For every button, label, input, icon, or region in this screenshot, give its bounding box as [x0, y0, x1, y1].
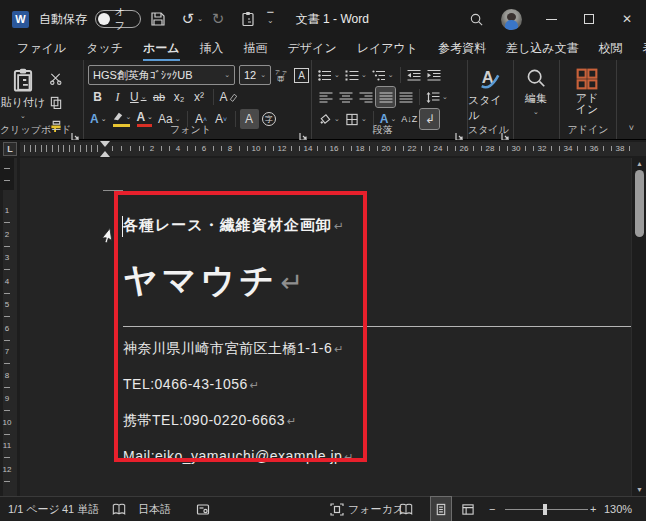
ruler-number: 10 [252, 144, 261, 153]
subscript-button[interactable]: x₂ [170, 87, 189, 107]
multilevel-list-button[interactable]: ⌄ [370, 65, 396, 85]
document-line-1[interactable]: ヤマウチ↵ [123, 257, 631, 306]
vertical-scrollbar[interactable]: ▲ ▼ [631, 158, 646, 496]
align-center-button[interactable] [336, 87, 355, 107]
document-line-0[interactable]: 各種レース・繊維資材企画卸↵ [123, 214, 631, 237]
document-line-3[interactable]: 神奈川県川崎市宮前区土橋1-1-6↵ [123, 340, 631, 357]
document-line-6[interactable]: Mail:eiko_yamauchi@example.jp↵ [123, 448, 631, 465]
increase-indent-button[interactable] [425, 65, 444, 85]
font-size-select[interactable]: 12⌄ [239, 65, 271, 85]
horizontal-ruler[interactable]: 2468101214161820222426283032343638 [20, 142, 646, 156]
close-button[interactable]: ✕ [608, 4, 646, 34]
superscript-button[interactable]: x² [190, 87, 209, 107]
tab-2[interactable]: ホーム [134, 38, 189, 61]
distribute-button[interactable] [396, 87, 415, 107]
tab-6[interactable]: レイアウト [348, 38, 427, 61]
editing-button[interactable]: 編集 ⌄ [514, 64, 558, 116]
ruler-tick [317, 146, 318, 151]
word-count[interactable]: 41 単語 [62, 497, 99, 521]
clipboard-qat-button[interactable] [235, 6, 261, 32]
line-spacing-button[interactable]: ⌄ [424, 87, 450, 107]
vertical-ruler[interactable]: 123456789101112 [0, 158, 20, 496]
undo-button[interactable]: ↺⌄ [175, 6, 201, 32]
tab-3[interactable]: 挿入 [191, 38, 233, 61]
zoom-slider-thumb[interactable] [543, 504, 547, 515]
search-icon[interactable] [461, 4, 491, 34]
paragraph-dialog-launcher[interactable] [455, 127, 464, 136]
ruler-tick [343, 146, 344, 151]
bold-button[interactable]: B [88, 87, 107, 107]
tab-5[interactable]: デザイン [279, 38, 346, 61]
tab-4[interactable]: 描画 [235, 38, 277, 61]
ruler-tick [74, 145, 75, 152]
italic-button[interactable]: I [108, 87, 127, 107]
tab-stop-selector[interactable]: L [3, 142, 17, 156]
align-right-button[interactable] [356, 87, 375, 107]
redo-button[interactable]: ↻ [205, 6, 231, 32]
zoom-level[interactable]: 130% [604, 497, 632, 521]
focus-mode-button[interactable]: フォーカス [330, 497, 404, 521]
document-text[interactable]: 各種レース・繊維資材企画卸↵ヤマウチ↵神奈川県川崎市宮前区土橋1-1-6↵TEL… [123, 214, 631, 465]
first-line-indent-marker[interactable] [100, 141, 110, 147]
tab-8[interactable]: 差し込み文書 [497, 38, 588, 61]
bullets-button[interactable]: ⌄ [316, 65, 342, 85]
tab-9[interactable]: 校閲 [590, 38, 632, 61]
save-button[interactable] [145, 6, 171, 32]
tab-0[interactable]: ファイル [8, 38, 75, 61]
hanging-indent-marker[interactable] [100, 151, 110, 157]
decrease-indent-button[interactable] [405, 65, 424, 85]
page-indicator[interactable]: 1/1 ページ [8, 497, 60, 521]
document-line-4[interactable]: TEL:0466-43-1056↵ [123, 376, 631, 393]
tab-7[interactable]: 参考資料 [429, 38, 495, 61]
ruler-tick [4, 481, 10, 482]
cut-button[interactable] [46, 68, 65, 88]
ruler-tick [239, 146, 240, 151]
paragraph-mark: ↵ [250, 379, 260, 391]
document-line-5[interactable]: 携帯TEL:090-0220-6663↵ [123, 412, 631, 429]
web-layout-button[interactable] [461, 497, 475, 521]
justify-button[interactable] [376, 87, 395, 107]
strikethrough-button[interactable]: ab [150, 87, 169, 107]
maximize-button[interactable] [570, 4, 608, 34]
user-avatar[interactable] [501, 9, 522, 30]
ruler-number: 36 [590, 144, 599, 153]
tab-10[interactable]: 表示 [634, 38, 646, 61]
scroll-up-arrow-icon[interactable]: ▲ [632, 160, 646, 167]
ruler-tick [533, 146, 534, 151]
styles-dialog-launcher[interactable] [501, 127, 510, 136]
ruler-tick [86, 145, 87, 152]
minimize-button[interactable] [532, 4, 570, 34]
quick-access-more-button[interactable]: ▔⌄ [267, 15, 274, 23]
align-left-button[interactable] [316, 87, 335, 107]
ruby-icon[interactable] [272, 65, 291, 85]
macro-record-icon[interactable] [196, 497, 210, 521]
clipboard-dialog-launcher[interactable] [71, 127, 80, 136]
ruler-tick [4, 457, 10, 458]
autosave-toggle[interactable]: オフ [95, 10, 141, 28]
proofing-book-icon[interactable] [112, 497, 126, 521]
font-name-select[interactable]: HGS創英角ｺﾞｼｯｸUB⌄ [88, 65, 235, 85]
numbering-button[interactable]: ⌄ [343, 65, 369, 85]
read-mode-button[interactable] [399, 497, 413, 521]
zoom-in-button[interactable]: + [590, 497, 596, 521]
enclose-border-button[interactable]: A [292, 65, 311, 85]
addins-button[interactable]: アドイン [560, 64, 614, 115]
scroll-down-arrow-icon[interactable]: ▼ [632, 486, 646, 493]
document-canvas[interactable]: 各種レース・繊維資材企画卸↵ヤマウチ↵神奈川県川崎市宮前区土橋1-1-6↵TEL… [20, 158, 631, 496]
styles-icon [477, 67, 503, 91]
ruler-number: 8 [228, 144, 232, 153]
tab-1[interactable]: タッチ [77, 38, 132, 61]
print-layout-button[interactable] [431, 497, 451, 521]
font-dialog-launcher[interactable] [299, 127, 308, 136]
ruler-tick [455, 146, 456, 151]
paragraph-mark: ↵ [287, 415, 297, 427]
collapse-ribbon-chevron-icon[interactable]: ˅ [629, 123, 634, 133]
copy-button[interactable] [46, 92, 65, 112]
language-indicator[interactable]: 日本語 [138, 497, 171, 521]
underline-button[interactable]: U⌄ [128, 87, 149, 107]
ruler-number: 12 [278, 144, 287, 153]
zoom-out-button[interactable]: − [489, 497, 495, 521]
scrollbar-thumb[interactable] [635, 170, 644, 237]
ruler-tick [403, 146, 404, 151]
clear-formatting-button[interactable]: A [218, 87, 240, 107]
